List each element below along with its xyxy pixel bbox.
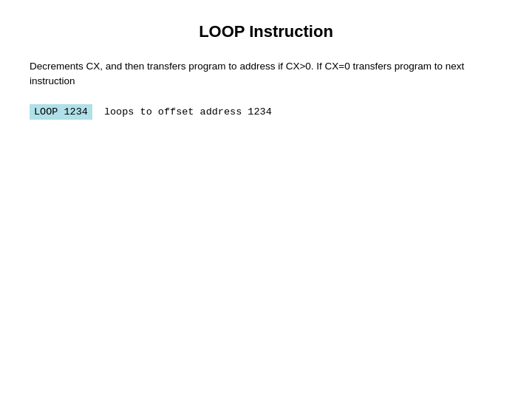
code-instruction: LOOP 1234 <box>30 104 92 120</box>
code-comment: loops to offset address 1234 <box>104 106 272 117</box>
code-example: LOOP 1234 loops to offset address 1234 <box>30 104 502 120</box>
page-container: LOOP Instruction Decrements CX, and then… <box>0 0 532 399</box>
description-text: Decrements CX, and then transfers progra… <box>30 59 502 89</box>
page-title: LOOP Instruction <box>30 22 502 41</box>
